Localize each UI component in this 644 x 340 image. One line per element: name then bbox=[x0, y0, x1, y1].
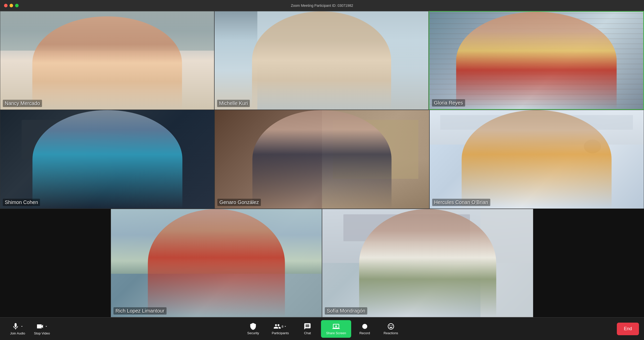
join-audio-button[interactable]: Join Audio bbox=[5, 320, 30, 338]
video-cell-nancy: Nancy Mercado bbox=[0, 11, 214, 110]
share-screen-label: Share Screen bbox=[326, 331, 346, 335]
participant-name-michelle: Michelle Kuri bbox=[217, 100, 250, 107]
record-button[interactable]: Record bbox=[352, 320, 377, 338]
reactions-label: Reactions bbox=[384, 331, 398, 335]
participant-name-gloria: Gloria Reyes bbox=[432, 99, 465, 107]
title-bar: Zoom Meeting Participant ID: 03071982 bbox=[0, 0, 644, 11]
stop-video-button[interactable]: Stop Video bbox=[29, 320, 55, 338]
participant-name-hercules: Hercules Conan O'Brian bbox=[432, 199, 490, 206]
security-button[interactable]: Security bbox=[240, 320, 266, 338]
svg-point-0 bbox=[362, 324, 367, 329]
close-button[interactable] bbox=[4, 4, 8, 7]
maximize-button[interactable] bbox=[15, 4, 19, 7]
reactions-button[interactable]: Reactions bbox=[378, 320, 404, 338]
participant-name-sofia: Sofía Mondragón bbox=[325, 307, 367, 315]
participant-name-rich: Rich Lopez Limantour bbox=[113, 307, 167, 315]
video-cell-michelle: Michelle Kuri bbox=[214, 11, 429, 110]
chat-label: Chat bbox=[304, 331, 311, 335]
security-label: Security bbox=[247, 331, 259, 335]
video-cell-shimon: Shimon Cohen bbox=[0, 110, 215, 209]
participant-name-shimon: Shimon Cohen bbox=[3, 199, 40, 206]
record-label: Record bbox=[359, 331, 370, 335]
traffic-lights bbox=[4, 4, 19, 7]
participants-label: Participants bbox=[272, 331, 289, 335]
participants-count: 8 bbox=[281, 325, 283, 328]
end-button[interactable]: End bbox=[617, 323, 639, 335]
toolbar: Join Audio Stop Video Security bbox=[0, 317, 644, 340]
participant-name-nancy: Nancy Mercado bbox=[3, 100, 42, 107]
stop-video-label: Stop Video bbox=[34, 331, 50, 335]
video-cell-gloria: Gloria Reyes bbox=[429, 11, 644, 110]
chat-button[interactable]: Chat bbox=[295, 320, 320, 338]
video-cell-rich: Rich Lopez Limantour bbox=[111, 209, 322, 317]
video-cell-sofia: Sofía Mondragón bbox=[322, 209, 533, 317]
minimize-button[interactable] bbox=[10, 4, 13, 7]
participants-button[interactable]: 8 Participants bbox=[267, 320, 294, 338]
video-cell-genaro: Genaro González bbox=[215, 110, 429, 209]
video-cell-hercules: Hercules Conan O'Brian bbox=[429, 110, 644, 209]
toolbar-center: Security 8 Participants Chat bbox=[240, 320, 403, 338]
share-screen-button[interactable]: Share Screen bbox=[321, 320, 351, 338]
participant-name-genaro: Genaro González bbox=[217, 199, 261, 206]
video-grid: Nancy Mercado Michelle Kuri Gloria Reyes bbox=[0, 11, 644, 317]
window-title: Zoom Meeting Participant ID: 03071982 bbox=[291, 4, 353, 8]
join-audio-label: Join Audio bbox=[10, 331, 25, 335]
